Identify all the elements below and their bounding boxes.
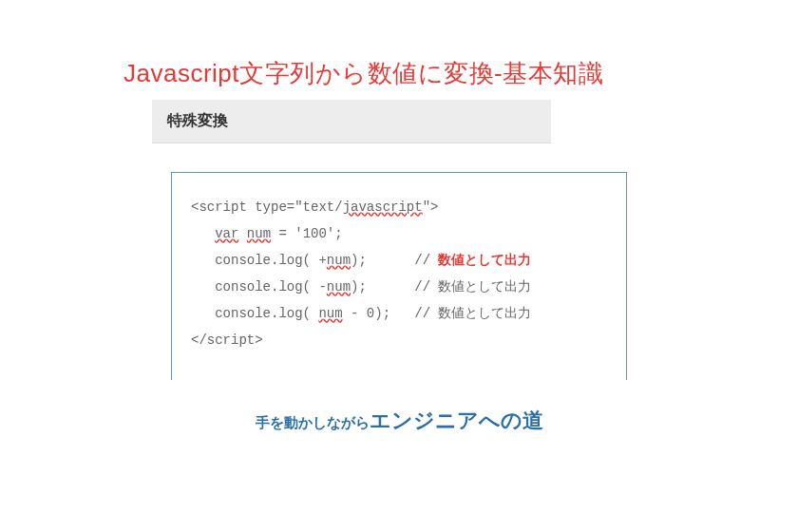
- code-line: console.log( -num); // 数値として出力: [191, 274, 607, 300]
- code-line: console.log( num - 0); // 数値として出力: [191, 300, 607, 327]
- section-header: 特殊変換: [152, 100, 551, 143]
- code-block: <script type="text/javascript"> var num …: [171, 172, 627, 380]
- footer-big-text: エンジニアへの道: [370, 408, 543, 432]
- page-title: Javascript文字列から数値に変換-基本知識: [124, 57, 703, 90]
- code-line: </script>: [191, 327, 607, 353]
- code-line: var num = '100';: [191, 220, 607, 247]
- wavy-underline: num: [327, 279, 351, 294]
- footer-tagline: 手を動かしながらエンジニアへの道: [95, 407, 703, 435]
- highlighted-comment: 数値として出力: [438, 253, 531, 268]
- footer-small-text: 手を動かしながら: [256, 414, 370, 430]
- code-line: <script type="text/javascript">: [191, 194, 607, 220]
- wavy-underline: var: [215, 226, 238, 241]
- wavy-underline: num: [247, 226, 271, 241]
- wavy-underline: num: [318, 306, 342, 321]
- wavy-underline: javascript: [343, 200, 423, 215]
- wavy-underline: num: [327, 253, 351, 268]
- code-line: console.log( +num); // 数値として出力: [191, 247, 607, 274]
